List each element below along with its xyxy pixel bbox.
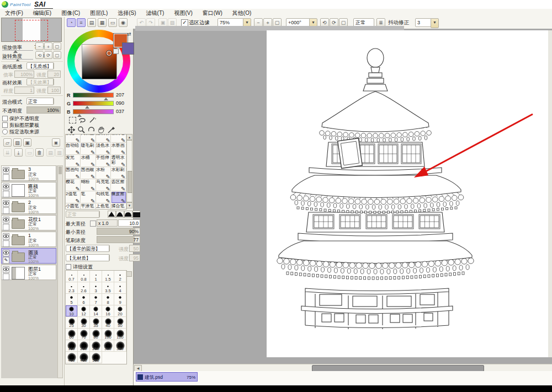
material-effect-combo[interactable]: 【无效果】 ▼ <box>26 78 54 85</box>
brush-size-2.6[interactable]: 2.6 <box>78 282 90 294</box>
lasso-tool[interactable] <box>78 116 87 125</box>
brush-shape-combo[interactable]: 【通常的圆形】 ▼ <box>66 245 110 252</box>
menu-item-7[interactable]: 窗口(W) <box>198 9 227 18</box>
layers-scrollbar-thumb[interactable] <box>59 167 62 174</box>
eye-icon[interactable] <box>3 217 9 223</box>
brush-size-100[interactable]: 100 <box>102 329 114 340</box>
brush-size-80[interactable]: 80 <box>90 329 102 340</box>
brush-自动铅[interactable]: 自动铅✎ <box>66 143 81 155</box>
layer-extra-checkbox[interactable] <box>3 240 9 247</box>
brush-size-20[interactable]: 20 <box>114 305 126 317</box>
eye-icon[interactable] <box>3 266 9 273</box>
brush-scrollbar-thumb[interactable] <box>128 171 132 193</box>
brush-edge-hard-button[interactable] <box>108 211 116 218</box>
brush-size-40[interactable]: 40 <box>102 317 114 329</box>
brush-blend-arrow-icon[interactable]: ▼ <box>99 211 100 218</box>
brush-揉合笔[interactable]: 揉合笔✎ <box>112 204 126 210</box>
stabilizer-combo[interactable]: 3 ▼ <box>415 18 432 27</box>
toggle-mixer-button[interactable]: ◉ <box>119 18 128 27</box>
layer-row-2[interactable]: 2正常100% <box>1 198 56 214</box>
brush-size-500[interactable]: 500 <box>90 352 102 363</box>
brush-size-50[interactable]: 50 <box>114 317 126 329</box>
brush-size-2.3[interactable]: 2.3 <box>66 282 78 294</box>
menu-item-2[interactable]: 图像(C) <box>56 9 85 18</box>
sv-cursor[interactable] <box>107 51 112 56</box>
brush-size-30[interactable]: 30 <box>78 317 90 329</box>
brush-淡色水[interactable]: 淡色水✎ <box>96 143 111 155</box>
max-diameter-unit-button[interactable] <box>90 221 96 227</box>
opacity-slider[interactable]: 100% <box>26 106 61 114</box>
brush-texture-combo[interactable]: 【无材质】 ▼ <box>66 254 110 261</box>
brush-size-0.7[interactable]: 0.7 <box>66 271 78 282</box>
brush-size-120[interactable]: 120 <box>114 329 126 340</box>
brush-size-160[interactable]: 160 <box>66 340 78 352</box>
brush-size-3.5[interactable]: 3.5 <box>102 282 114 294</box>
drawing-canvas[interactable] <box>267 30 548 357</box>
new-folder-button[interactable]: ▣ <box>23 138 31 147</box>
brush-走线喷[interactable]: 走线喷✎ <box>96 134 111 143</box>
new-lineart-layer-button[interactable]: ▨ <box>13 138 22 147</box>
b-slider[interactable] <box>73 109 114 114</box>
toggle-color-wheel-button[interactable]: ◔ <box>67 18 76 27</box>
brush-size-1.5[interactable]: 1.5 <box>102 271 114 282</box>
brush-入稿区[interactable]: 入稿区✎ <box>81 134 96 143</box>
brush-橡皮擦[interactable]: 橡皮擦✎ <box>112 192 126 203</box>
brush-size-16[interactable]: 16 <box>102 305 114 317</box>
layer-row-匾额[interactable]: 匾额正常100% <box>1 182 56 197</box>
document-tab[interactable]: 建筑.psd 75% <box>136 372 198 382</box>
eye-icon[interactable] <box>3 184 9 190</box>
menu-item-6[interactable]: 视图(V) <box>169 9 197 18</box>
saturation-value-square[interactable] <box>82 44 117 79</box>
brush-勾线笔[interactable]: 勾线笔✎ <box>96 192 111 203</box>
brush-水墨画[interactable]: 水墨画✎ <box>112 143 126 155</box>
material-effect-arrow-icon[interactable]: ▼ <box>53 78 54 85</box>
paper-texture-arrow-icon[interactable]: ▼ <box>53 62 54 69</box>
brush-手指伸[interactable]: 手指伸✎ <box>96 155 111 167</box>
rotate-canvas-tool[interactable] <box>87 126 96 135</box>
brush-blend-combo[interactable]: 正常 ▼ <box>66 211 100 218</box>
g-slider[interactable] <box>73 101 114 106</box>
brush-scroll-down-button[interactable]: ▼ <box>126 202 132 208</box>
brush-上色笔[interactable]: 上色笔✎ <box>96 204 111 210</box>
paper-scale-slider[interactable]: 100% <box>14 71 34 78</box>
brush-size-200[interactable]: 200 <box>78 340 90 352</box>
max-diameter-slider[interactable]: 10.0 <box>118 219 140 227</box>
layer-options-button[interactable]: ▥ <box>55 148 63 157</box>
brush-size-2[interactable]: 2 <box>114 271 126 282</box>
layer-row-3[interactable]: 3正常100% <box>1 165 56 181</box>
brush-size-9[interactable]: 9 <box>114 294 126 305</box>
lock-layer-button[interactable]: ▤ <box>46 148 55 157</box>
brush-水彩刷[interactable]: 水彩刷✎ <box>112 168 126 179</box>
vertical-scrollbar[interactable] <box>548 30 552 357</box>
layer-extra-checkbox[interactable] <box>3 207 9 214</box>
layer-row-1[interactable]: 1正常100% <box>1 232 56 247</box>
navigator-preview[interactable] <box>1 18 62 42</box>
toggle-hsv-slider-button[interactable]: ▤ <box>87 18 96 27</box>
brush-edge-soft-button[interactable] <box>116 211 124 218</box>
brush-小圆笔[interactable]: 小圆笔✎ <box>66 204 81 210</box>
brush-size-250[interactable]: 250 <box>90 340 102 352</box>
brush-size-8[interactable]: 8 <box>102 294 114 305</box>
nav-rotate-reset-button[interactable]: ▢ <box>53 51 61 59</box>
delete-layer-button[interactable]: 🗑 <box>35 148 44 157</box>
nav-zoom-reset-button[interactable]: ▢ <box>53 42 61 50</box>
toggle-swatches-button[interactable]: ▦ <box>98 18 107 27</box>
layer-extra-checkbox[interactable] <box>3 224 9 230</box>
brush-size-5[interactable]: 5 <box>66 294 78 305</box>
brush-金属笔[interactable]: 金属笔✎ <box>112 134 126 143</box>
brush-texture-arrow-icon[interactable]: ▼ <box>109 254 110 261</box>
stabilizer-combo-arrow-icon[interactable]: ▼ <box>431 18 439 28</box>
horizontal-scrollbar[interactable]: ◀ <box>134 364 552 372</box>
texture-strength-slider[interactable]: 95 <box>129 254 140 261</box>
eye-icon[interactable] <box>3 167 9 174</box>
brush-size-1[interactable]: 1 <box>90 271 102 282</box>
menu-item-5[interactable]: 滤镜(T) <box>141 9 169 18</box>
brush-蝴粉[interactable]: 蝴粉✎ <box>81 180 96 191</box>
brush-水粉[interactable]: 水粉✎ <box>96 168 111 179</box>
move-tool[interactable] <box>67 126 76 135</box>
toggle-rgb-slider-button[interactable]: ≡ <box>77 18 86 27</box>
layer-row-花纹1[interactable]: 花纹1正常100% <box>1 215 56 230</box>
brush-睫毛刷[interactable]: 睫毛刷✎ <box>81 143 96 155</box>
menu-item-0[interactable]: 文件(F) <box>0 9 28 18</box>
brush-scrollbar[interactable] <box>126 140 132 202</box>
